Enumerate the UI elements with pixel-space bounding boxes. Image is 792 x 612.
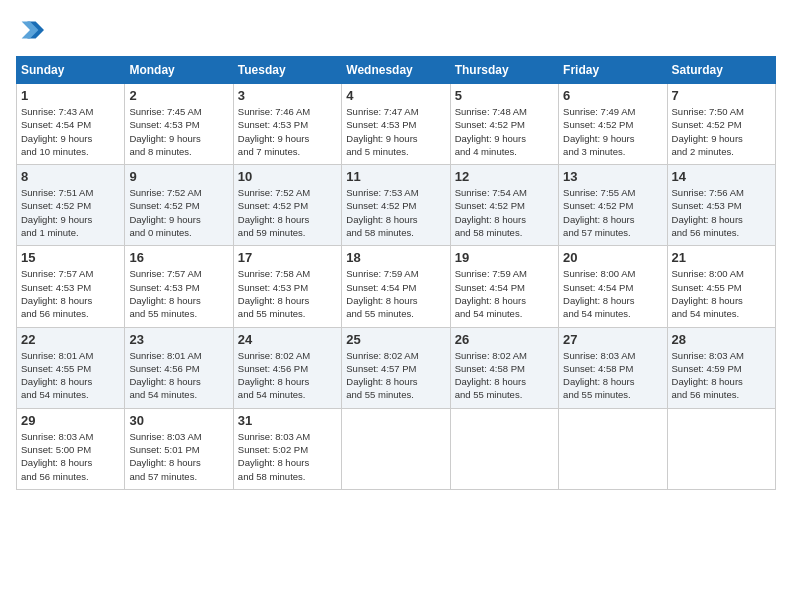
day-number: 8 bbox=[21, 169, 120, 184]
calendar-cell: 28Sunrise: 8:03 AM Sunset: 4:59 PM Dayli… bbox=[667, 327, 775, 408]
calendar-cell bbox=[667, 408, 775, 489]
day-number: 10 bbox=[238, 169, 337, 184]
calendar-cell: 12Sunrise: 7:54 AM Sunset: 4:52 PM Dayli… bbox=[450, 165, 558, 246]
day-number: 7 bbox=[672, 88, 771, 103]
day-number: 25 bbox=[346, 332, 445, 347]
day-info: Sunrise: 7:52 AM Sunset: 4:52 PM Dayligh… bbox=[129, 186, 228, 239]
day-number: 23 bbox=[129, 332, 228, 347]
calendar-cell: 31Sunrise: 8:03 AM Sunset: 5:02 PM Dayli… bbox=[233, 408, 341, 489]
calendar-cell: 11Sunrise: 7:53 AM Sunset: 4:52 PM Dayli… bbox=[342, 165, 450, 246]
day-number: 16 bbox=[129, 250, 228, 265]
day-info: Sunrise: 7:47 AM Sunset: 4:53 PM Dayligh… bbox=[346, 105, 445, 158]
calendar-cell: 20Sunrise: 8:00 AM Sunset: 4:54 PM Dayli… bbox=[559, 246, 667, 327]
day-number: 5 bbox=[455, 88, 554, 103]
day-number: 6 bbox=[563, 88, 662, 103]
day-info: Sunrise: 7:54 AM Sunset: 4:52 PM Dayligh… bbox=[455, 186, 554, 239]
day-info: Sunrise: 7:50 AM Sunset: 4:52 PM Dayligh… bbox=[672, 105, 771, 158]
day-info: Sunrise: 7:45 AM Sunset: 4:53 PM Dayligh… bbox=[129, 105, 228, 158]
day-number: 28 bbox=[672, 332, 771, 347]
day-number: 17 bbox=[238, 250, 337, 265]
day-number: 3 bbox=[238, 88, 337, 103]
logo-icon bbox=[16, 16, 44, 44]
calendar-table: SundayMondayTuesdayWednesdayThursdayFrid… bbox=[16, 56, 776, 490]
day-info: Sunrise: 8:03 AM Sunset: 5:00 PM Dayligh… bbox=[21, 430, 120, 483]
calendar-cell: 8Sunrise: 7:51 AM Sunset: 4:52 PM Daylig… bbox=[17, 165, 125, 246]
day-number: 14 bbox=[672, 169, 771, 184]
day-info: Sunrise: 8:03 AM Sunset: 4:58 PM Dayligh… bbox=[563, 349, 662, 402]
day-info: Sunrise: 8:01 AM Sunset: 4:56 PM Dayligh… bbox=[129, 349, 228, 402]
day-number: 12 bbox=[455, 169, 554, 184]
calendar-cell bbox=[450, 408, 558, 489]
day-info: Sunrise: 8:02 AM Sunset: 4:57 PM Dayligh… bbox=[346, 349, 445, 402]
day-info: Sunrise: 7:48 AM Sunset: 4:52 PM Dayligh… bbox=[455, 105, 554, 158]
day-number: 30 bbox=[129, 413, 228, 428]
calendar-cell: 30Sunrise: 8:03 AM Sunset: 5:01 PM Dayli… bbox=[125, 408, 233, 489]
calendar-cell: 22Sunrise: 8:01 AM Sunset: 4:55 PM Dayli… bbox=[17, 327, 125, 408]
day-info: Sunrise: 7:43 AM Sunset: 4:54 PM Dayligh… bbox=[21, 105, 120, 158]
day-info: Sunrise: 7:46 AM Sunset: 4:53 PM Dayligh… bbox=[238, 105, 337, 158]
day-number: 21 bbox=[672, 250, 771, 265]
calendar-cell: 17Sunrise: 7:58 AM Sunset: 4:53 PM Dayli… bbox=[233, 246, 341, 327]
day-info: Sunrise: 7:57 AM Sunset: 4:53 PM Dayligh… bbox=[129, 267, 228, 320]
calendar-cell bbox=[342, 408, 450, 489]
logo bbox=[16, 16, 48, 44]
calendar-cell: 29Sunrise: 8:03 AM Sunset: 5:00 PM Dayli… bbox=[17, 408, 125, 489]
calendar-cell: 27Sunrise: 8:03 AM Sunset: 4:58 PM Dayli… bbox=[559, 327, 667, 408]
calendar-week-1: 1Sunrise: 7:43 AM Sunset: 4:54 PM Daylig… bbox=[17, 84, 776, 165]
calendar-week-4: 22Sunrise: 8:01 AM Sunset: 4:55 PM Dayli… bbox=[17, 327, 776, 408]
day-number: 15 bbox=[21, 250, 120, 265]
day-number: 29 bbox=[21, 413, 120, 428]
day-info: Sunrise: 7:59 AM Sunset: 4:54 PM Dayligh… bbox=[346, 267, 445, 320]
calendar-cell: 13Sunrise: 7:55 AM Sunset: 4:52 PM Dayli… bbox=[559, 165, 667, 246]
calendar-cell: 23Sunrise: 8:01 AM Sunset: 4:56 PM Dayli… bbox=[125, 327, 233, 408]
day-info: Sunrise: 8:03 AM Sunset: 4:59 PM Dayligh… bbox=[672, 349, 771, 402]
calendar-cell: 19Sunrise: 7:59 AM Sunset: 4:54 PM Dayli… bbox=[450, 246, 558, 327]
day-number: 24 bbox=[238, 332, 337, 347]
day-number: 2 bbox=[129, 88, 228, 103]
day-header-saturday: Saturday bbox=[667, 57, 775, 84]
calendar-cell: 4Sunrise: 7:47 AM Sunset: 4:53 PM Daylig… bbox=[342, 84, 450, 165]
calendar-week-3: 15Sunrise: 7:57 AM Sunset: 4:53 PM Dayli… bbox=[17, 246, 776, 327]
day-info: Sunrise: 8:01 AM Sunset: 4:55 PM Dayligh… bbox=[21, 349, 120, 402]
day-number: 19 bbox=[455, 250, 554, 265]
day-number: 26 bbox=[455, 332, 554, 347]
day-info: Sunrise: 7:51 AM Sunset: 4:52 PM Dayligh… bbox=[21, 186, 120, 239]
calendar-cell: 1Sunrise: 7:43 AM Sunset: 4:54 PM Daylig… bbox=[17, 84, 125, 165]
day-number: 18 bbox=[346, 250, 445, 265]
day-header-wednesday: Wednesday bbox=[342, 57, 450, 84]
day-info: Sunrise: 7:59 AM Sunset: 4:54 PM Dayligh… bbox=[455, 267, 554, 320]
calendar-cell: 6Sunrise: 7:49 AM Sunset: 4:52 PM Daylig… bbox=[559, 84, 667, 165]
day-number: 4 bbox=[346, 88, 445, 103]
day-info: Sunrise: 7:49 AM Sunset: 4:52 PM Dayligh… bbox=[563, 105, 662, 158]
day-header-thursday: Thursday bbox=[450, 57, 558, 84]
day-header-sunday: Sunday bbox=[17, 57, 125, 84]
calendar-cell: 21Sunrise: 8:00 AM Sunset: 4:55 PM Dayli… bbox=[667, 246, 775, 327]
day-info: Sunrise: 7:55 AM Sunset: 4:52 PM Dayligh… bbox=[563, 186, 662, 239]
day-header-monday: Monday bbox=[125, 57, 233, 84]
header bbox=[16, 16, 776, 44]
day-info: Sunrise: 7:56 AM Sunset: 4:53 PM Dayligh… bbox=[672, 186, 771, 239]
day-info: Sunrise: 8:02 AM Sunset: 4:56 PM Dayligh… bbox=[238, 349, 337, 402]
day-info: Sunrise: 7:57 AM Sunset: 4:53 PM Dayligh… bbox=[21, 267, 120, 320]
calendar-cell: 5Sunrise: 7:48 AM Sunset: 4:52 PM Daylig… bbox=[450, 84, 558, 165]
calendar-cell bbox=[559, 408, 667, 489]
calendar-cell: 24Sunrise: 8:02 AM Sunset: 4:56 PM Dayli… bbox=[233, 327, 341, 408]
day-info: Sunrise: 8:02 AM Sunset: 4:58 PM Dayligh… bbox=[455, 349, 554, 402]
calendar-body: 1Sunrise: 7:43 AM Sunset: 4:54 PM Daylig… bbox=[17, 84, 776, 490]
day-info: Sunrise: 8:03 AM Sunset: 5:01 PM Dayligh… bbox=[129, 430, 228, 483]
calendar-cell: 14Sunrise: 7:56 AM Sunset: 4:53 PM Dayli… bbox=[667, 165, 775, 246]
calendar-cell: 2Sunrise: 7:45 AM Sunset: 4:53 PM Daylig… bbox=[125, 84, 233, 165]
calendar-cell: 16Sunrise: 7:57 AM Sunset: 4:53 PM Dayli… bbox=[125, 246, 233, 327]
day-number: 13 bbox=[563, 169, 662, 184]
day-number: 27 bbox=[563, 332, 662, 347]
day-number: 9 bbox=[129, 169, 228, 184]
day-info: Sunrise: 7:53 AM Sunset: 4:52 PM Dayligh… bbox=[346, 186, 445, 239]
day-info: Sunrise: 7:58 AM Sunset: 4:53 PM Dayligh… bbox=[238, 267, 337, 320]
calendar-header-row: SundayMondayTuesdayWednesdayThursdayFrid… bbox=[17, 57, 776, 84]
calendar-week-2: 8Sunrise: 7:51 AM Sunset: 4:52 PM Daylig… bbox=[17, 165, 776, 246]
day-header-friday: Friday bbox=[559, 57, 667, 84]
calendar-cell: 15Sunrise: 7:57 AM Sunset: 4:53 PM Dayli… bbox=[17, 246, 125, 327]
day-number: 1 bbox=[21, 88, 120, 103]
day-number: 20 bbox=[563, 250, 662, 265]
day-info: Sunrise: 8:03 AM Sunset: 5:02 PM Dayligh… bbox=[238, 430, 337, 483]
